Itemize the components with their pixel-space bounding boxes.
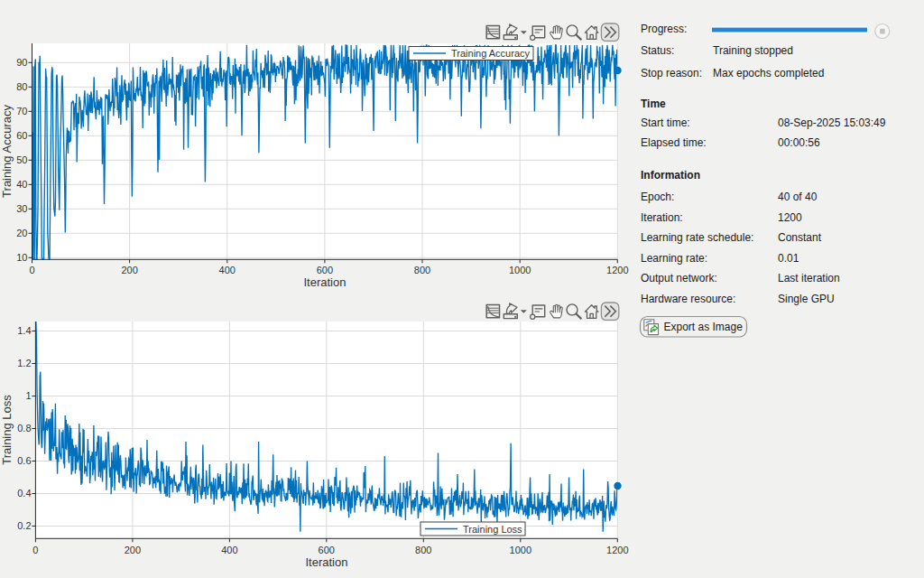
svg-text:Start time:: Start time:	[641, 117, 690, 129]
svg-text:90: 90	[16, 57, 27, 68]
svg-text:Information: Information	[641, 169, 700, 182]
svg-text:0: 0	[32, 545, 38, 555]
svg-text:200: 200	[121, 265, 137, 275]
svg-text:1000: 1000	[509, 265, 531, 275]
svg-text:1.2: 1.2	[17, 358, 31, 368]
svg-text:0.4: 0.4	[17, 488, 31, 499]
svg-text:0.8: 0.8	[17, 423, 31, 434]
svg-text:Progress:: Progress:	[641, 23, 687, 35]
svg-text:20: 20	[16, 228, 27, 238]
svg-text:1.4: 1.4	[17, 325, 31, 336]
svg-text:1: 1	[25, 390, 31, 401]
svg-text:Learning rate:: Learning rate:	[641, 252, 707, 265]
svg-text:40 of 40: 40 of 40	[778, 191, 818, 203]
svg-text:Iteration:: Iteration:	[641, 211, 683, 224]
svg-text:00:00:56: 00:00:56	[778, 136, 820, 149]
svg-text:50: 50	[16, 154, 27, 165]
svg-text:40: 40	[16, 179, 27, 190]
svg-text:80: 80	[16, 81, 27, 92]
svg-text:Max epochs completed: Max epochs completed	[713, 67, 824, 79]
svg-text:1200: 1200	[606, 265, 628, 275]
svg-text:Training Accuracy: Training Accuracy	[0, 105, 14, 198]
svg-text:200: 200	[125, 545, 141, 555]
svg-text:0: 0	[29, 265, 34, 275]
svg-text:600: 600	[319, 545, 335, 555]
svg-text:800: 800	[414, 265, 430, 275]
svg-text:Training Accuracy: Training Accuracy	[451, 48, 531, 59]
svg-text:Stop reason:: Stop reason:	[641, 67, 702, 79]
svg-text:0.2: 0.2	[17, 520, 31, 531]
svg-text:1000: 1000	[510, 545, 531, 555]
svg-text:Last iteration: Last iteration	[778, 272, 840, 284]
svg-text:Time: Time	[641, 98, 666, 110]
svg-text:600: 600	[317, 265, 333, 275]
svg-text:Training Loss: Training Loss	[0, 395, 14, 465]
svg-text:Elapsed time:: Elapsed time:	[641, 136, 707, 149]
svg-text:1200: 1200	[606, 545, 628, 555]
svg-text:Output network:: Output network:	[641, 272, 717, 284]
svg-text:1200: 1200	[778, 211, 802, 224]
svg-text:400: 400	[219, 265, 236, 275]
svg-text:400: 400	[221, 545, 237, 555]
svg-text:Constant: Constant	[778, 231, 822, 244]
svg-text:Iteration: Iteration	[306, 555, 348, 569]
svg-text:Epoch:: Epoch:	[641, 191, 674, 203]
svg-text:Hardware resource:: Hardware resource:	[641, 293, 735, 305]
svg-text:800: 800	[415, 545, 431, 555]
svg-text:Iteration: Iteration	[304, 275, 346, 289]
svg-text:0.01: 0.01	[778, 252, 799, 265]
svg-text:Single GPU: Single GPU	[778, 293, 835, 305]
svg-text:0.6: 0.6	[17, 455, 31, 466]
svg-text:Training Loss: Training Loss	[463, 524, 522, 535]
svg-text:Status:: Status:	[641, 44, 674, 57]
svg-text:Training stopped: Training stopped	[713, 44, 793, 57]
svg-text:Export as Image: Export as Image	[664, 321, 744, 333]
svg-text:30: 30	[16, 203, 27, 214]
svg-text:10: 10	[16, 252, 27, 263]
svg-text:Learning rate schedule:: Learning rate schedule:	[641, 231, 753, 244]
svg-text:70: 70	[16, 106, 27, 117]
svg-text:60: 60	[16, 130, 27, 141]
svg-text:08-Sep-2025 15:03:49: 08-Sep-2025 15:03:49	[778, 117, 886, 129]
